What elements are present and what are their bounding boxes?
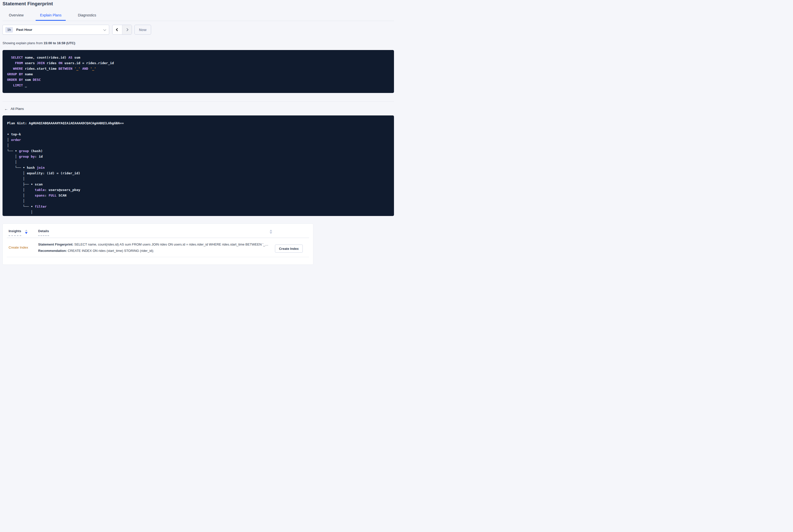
column-header-insights: Insights bbox=[8, 229, 38, 236]
plan-gist-line: Plan Gist: AgHUAQIABQAAAAHYAQIAiAEAAAADC… bbox=[7, 120, 390, 126]
interval-badge: 1h bbox=[5, 27, 13, 33]
tab-diagnostics[interactable]: Diagnostics bbox=[74, 10, 100, 21]
statement-fingerprint-label: Statement Fingerprint: bbox=[38, 243, 73, 246]
table-row: Create Index Statement Fingerprint: SELE… bbox=[3, 238, 313, 254]
all-plans-label: All Plans bbox=[11, 107, 24, 111]
details-header-label[interactable]: Details bbox=[38, 229, 49, 236]
sql-statement-code: SELECT name, count(rides.id) AS sum FROM… bbox=[7, 55, 390, 88]
insights-table-header: Insights Details bbox=[3, 224, 313, 236]
sort-desc-icon bbox=[25, 232, 27, 234]
sort-asc-icon bbox=[25, 230, 27, 231]
prev-time-button[interactable] bbox=[112, 25, 122, 34]
time-controls: 1h Past Hour Now bbox=[2, 25, 394, 35]
insights-table: Insights Details Create Index Statement … bbox=[2, 224, 313, 265]
page-title: Statement Fingerprint bbox=[2, 1, 394, 6]
create-index-button[interactable]: Create Index bbox=[275, 245, 303, 253]
back-arrow-icon: ← bbox=[4, 107, 8, 111]
statement-fingerprint-line: Statement Fingerprint: SELECT name, coun… bbox=[38, 241, 276, 248]
showing-range-text: Showing explain plans from 15:00 to 16:5… bbox=[2, 41, 394, 45]
insight-type-cell: Create Index bbox=[8, 241, 38, 254]
next-time-button[interactable] bbox=[122, 25, 132, 34]
tab-overview[interactable]: Overview bbox=[4, 10, 28, 21]
statement-fingerprint-page: Statement Fingerprint Overview Explain P… bbox=[0, 0, 396, 266]
row-divider bbox=[7, 257, 309, 257]
sort-details-icon[interactable] bbox=[270, 230, 272, 234]
showing-prefix: Showing explain plans from bbox=[2, 41, 44, 45]
sql-statement-box: SELECT name, count(rides.id) AS sum FROM… bbox=[2, 50, 394, 93]
showing-range-value: 15:00 to 16:59 (UTC) bbox=[44, 41, 75, 45]
recommendation-text: CREATE INDEX ON rides (start_time) STORI… bbox=[67, 249, 154, 253]
insight-details-cell: Statement Fingerprint: SELECT name, coun… bbox=[38, 241, 276, 254]
tab-explain-plans[interactable]: Explain Plans bbox=[36, 10, 66, 21]
time-pager bbox=[112, 25, 132, 35]
recommendation-line: Recommendation: CREATE INDEX ON rides (s… bbox=[38, 248, 276, 254]
sort-insights-icon[interactable] bbox=[25, 230, 27, 236]
column-header-details: Details bbox=[38, 229, 49, 236]
sort-desc-icon bbox=[270, 232, 272, 234]
chevron-left-icon bbox=[116, 28, 119, 31]
time-range-label: Past Hour bbox=[16, 28, 32, 32]
tab-bar: Overview Explain Plans Diagnostics bbox=[2, 10, 394, 21]
recommendation-label: Recommendation: bbox=[38, 249, 67, 253]
plan-gist-box: Plan Gist: AgHUAQIABQAAAAHYAQIAiAEAAAADC… bbox=[2, 115, 394, 216]
sort-asc-icon bbox=[270, 230, 272, 231]
plan-tree: • top-k│ order│└── • group (hash) │ grou… bbox=[7, 126, 390, 215]
time-range-select[interactable]: 1h Past Hour bbox=[2, 25, 109, 35]
now-button[interactable]: Now bbox=[134, 25, 151, 35]
chevron-down-icon bbox=[103, 28, 106, 31]
insights-header-label[interactable]: Insights bbox=[8, 229, 21, 236]
back-to-all-plans-link[interactable]: ← All Plans bbox=[2, 107, 30, 111]
statement-fingerprint-text: SELECT name, count(rides.id) AS sum FROM… bbox=[73, 243, 268, 246]
chevron-right-icon bbox=[125, 28, 129, 31]
